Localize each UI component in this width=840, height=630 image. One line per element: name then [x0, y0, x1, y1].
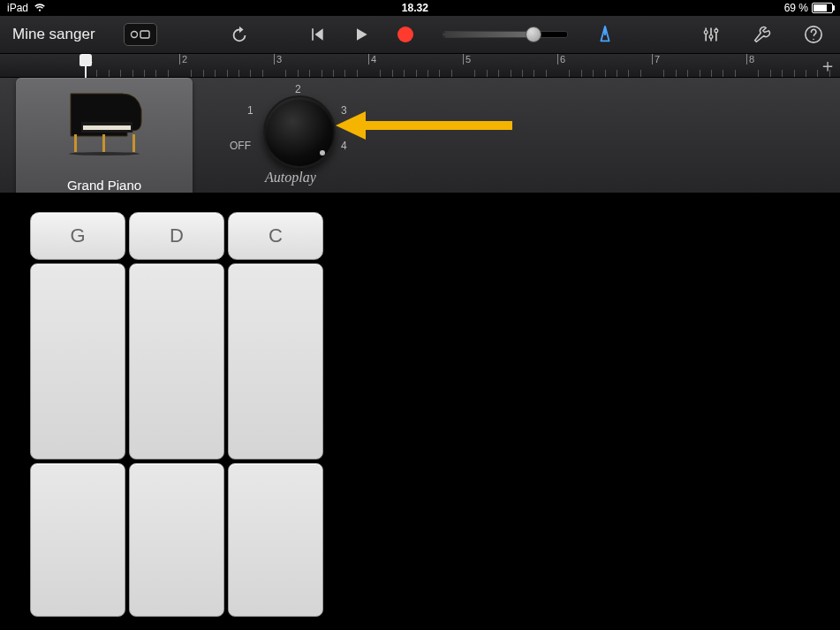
ruler-minor-tick — [640, 70, 641, 77]
autoplay-label: Autoplay — [265, 170, 316, 186]
play-button[interactable] — [344, 21, 379, 48]
ruler-bar-label: 2 — [182, 54, 187, 65]
ruler-minor-tick — [794, 70, 795, 77]
timeline-ruler[interactable]: 12345678 ＋ — [0, 53, 840, 78]
ruler-minor-tick — [227, 70, 228, 77]
ruler-bar-label: 6 — [560, 54, 565, 65]
svg-point-9 — [69, 152, 140, 156]
svg-rect-8 — [102, 134, 105, 152]
svg-point-2 — [704, 31, 708, 34]
ruler-minor-tick — [569, 70, 570, 77]
chord-strip-upper[interactable] — [129, 263, 224, 459]
ruler-minor-tick — [428, 70, 428, 77]
ruler-minor-tick — [344, 70, 345, 77]
chord-header[interactable]: G — [30, 212, 125, 260]
chord-strip-area: GDC — [0, 193, 840, 630]
ruler-minor-tick — [782, 70, 783, 77]
svg-point-4 — [715, 29, 718, 33]
rewind-button[interactable] — [299, 21, 335, 48]
view-toggle-button[interactable] — [124, 23, 157, 46]
battery-icon — [812, 3, 833, 13]
ruler-minor-tick — [191, 70, 192, 77]
wifi-icon — [34, 4, 46, 12]
chord-strip-lower[interactable] — [228, 463, 323, 617]
ruler-minor-tick — [262, 70, 263, 77]
ruler-minor-tick — [357, 70, 358, 77]
ruler-minor-tick — [109, 70, 110, 77]
ruler-minor-tick — [605, 70, 606, 77]
ruler-minor-tick — [581, 70, 582, 77]
playhead[interactable] — [85, 54, 92, 66]
annotation-arrow — [336, 106, 521, 150]
ruler-minor-tick — [663, 70, 664, 77]
ruler-minor-tick — [285, 70, 286, 77]
ruler-bar-label: 7 — [655, 54, 660, 65]
ruler-minor-tick — [250, 70, 251, 77]
chord-strip-lower[interactable] — [30, 463, 125, 617]
ruler-minor-tick — [711, 70, 712, 77]
ruler-minor-tick — [439, 70, 440, 77]
chord-column: D — [129, 212, 224, 617]
svg-rect-7 — [132, 134, 135, 152]
chord-header[interactable]: C — [228, 212, 323, 260]
chord-strip-lower[interactable] — [129, 463, 224, 617]
ruler-minor-tick — [333, 70, 334, 77]
ruler-minor-tick — [144, 70, 145, 77]
ruler-minor-tick — [168, 70, 169, 77]
ruler-bar-label: 5 — [465, 54, 471, 65]
ruler-minor-tick — [723, 70, 723, 77]
ruler-minor-tick — [215, 70, 216, 77]
svg-rect-1 — [140, 31, 149, 38]
svg-point-3 — [709, 35, 713, 39]
master-volume-slider[interactable] — [443, 31, 568, 38]
ruler-minor-tick — [687, 70, 688, 77]
ruler-minor-tick — [546, 70, 547, 77]
add-section-button[interactable]: ＋ — [819, 57, 836, 73]
ruler-minor-tick — [735, 70, 736, 77]
ruler-minor-tick — [617, 70, 617, 77]
my-songs-button[interactable]: Mine sanger — [9, 22, 99, 47]
metronome-button[interactable] — [587, 21, 623, 48]
ruler-minor-tick — [534, 70, 534, 77]
ruler-bar-label: 3 — [276, 54, 282, 65]
ruler-minor-tick — [522, 70, 523, 77]
ruler-minor-tick — [120, 70, 121, 77]
settings-button[interactable] — [745, 21, 780, 48]
autoplay-knob[interactable] — [263, 95, 336, 168]
ruler-minor-tick — [380, 70, 381, 77]
ruler-bar-label: 4 — [371, 54, 376, 65]
ruler-minor-tick — [700, 70, 700, 77]
ruler-minor-tick — [322, 70, 322, 77]
chord-column: G — [30, 212, 125, 617]
mixer-button[interactable] — [693, 21, 729, 48]
instrument-card[interactable]: Grand Piano — [16, 78, 193, 198]
ruler-minor-tick — [498, 70, 499, 77]
ruler-minor-tick — [309, 70, 310, 77]
ruler-minor-tick — [628, 70, 629, 77]
svg-marker-11 — [336, 111, 366, 140]
chord-strip-upper[interactable] — [30, 263, 125, 459]
undo-button[interactable] — [222, 21, 257, 48]
ruler-minor-tick — [806, 70, 806, 77]
ruler-minor-tick — [451, 70, 452, 77]
ruler-bar-label: 8 — [749, 54, 754, 65]
ruler-minor-tick — [487, 70, 488, 77]
record-button[interactable] — [388, 21, 423, 48]
device-label: iPad — [7, 2, 28, 14]
instrument-pane: Grand Piano 1 2 3 4 OFF Autoplay — [0, 78, 840, 194]
ruler-minor-tick — [474, 70, 475, 77]
instrument-name: Grand Piano — [67, 178, 141, 193]
ruler-minor-tick — [238, 70, 239, 77]
chord-strip-upper[interactable] — [228, 263, 323, 459]
ruler-minor-tick — [392, 70, 393, 77]
chord-header[interactable]: D — [129, 212, 224, 260]
autoplay-pos-2: 2 — [295, 83, 301, 95]
autoplay-pos-1: 1 — [247, 104, 254, 117]
clock: 18.32 — [46, 2, 784, 14]
ruler-minor-tick — [203, 70, 204, 77]
help-button[interactable] — [796, 21, 831, 48]
autoplay-off-label: OFF — [230, 140, 251, 152]
ruler-minor-tick — [511, 70, 511, 77]
svg-point-0 — [131, 32, 137, 38]
chord-column: C — [228, 212, 323, 617]
